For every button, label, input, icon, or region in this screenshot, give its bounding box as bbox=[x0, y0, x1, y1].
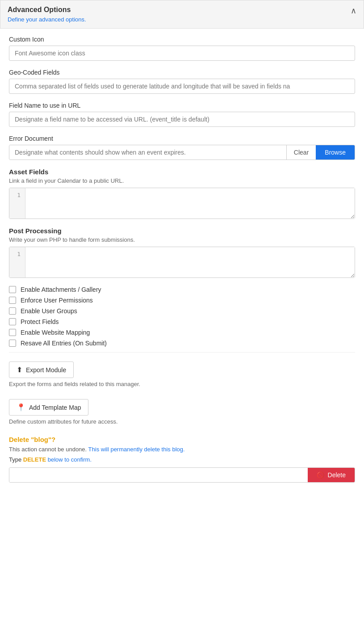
export-module-button[interactable]: ⬆ Export Module bbox=[9, 361, 74, 378]
subtitle-link[interactable]: Define your advanced options. bbox=[8, 16, 86, 23]
clear-button[interactable]: Clear bbox=[286, 145, 316, 160]
checkbox-label-resave-all-entries: Resave All Entries (On Submit) bbox=[21, 340, 107, 347]
checkbox-enable-user-groups[interactable] bbox=[9, 307, 16, 315]
checkbox-group-resave-all-entries: Resave All Entries (On Submit) bbox=[9, 340, 355, 347]
confirm-suffix: below to confirm. bbox=[48, 456, 92, 463]
browse-button[interactable]: Browse bbox=[316, 145, 355, 160]
checkbox-group-enforce-user-permissions: Enforce User Permissions bbox=[9, 297, 355, 304]
delete-icon: 🚫 bbox=[317, 471, 324, 479]
checkboxes-container: Enable Attachments / GalleryEnforce User… bbox=[9, 286, 355, 347]
checkbox-label-protect-fields: Protect Fields bbox=[21, 318, 59, 325]
checkbox-enable-attachments[interactable] bbox=[9, 286, 16, 293]
checkbox-protect-fields[interactable] bbox=[9, 318, 16, 325]
error-document-input[interactable] bbox=[9, 145, 286, 160]
delete-label: Delete bbox=[328, 471, 346, 479]
checkbox-label-enable-user-groups: Enable User Groups bbox=[21, 307, 77, 315]
delete-desc-part1: This action cannot be undone. bbox=[9, 446, 87, 453]
custom-icon-label: Custom Icon bbox=[9, 36, 355, 43]
post-processing-title: Post Processing bbox=[9, 227, 355, 235]
divider-1 bbox=[9, 352, 355, 353]
geo-coded-group: Geo-Coded Fields bbox=[9, 69, 355, 94]
delete-section: Delete "blog"? This action cannot be und… bbox=[9, 436, 355, 483]
checkbox-group-enable-attachments: Enable Attachments / Gallery bbox=[9, 286, 355, 293]
post-processing-line-numbers: 1 bbox=[9, 247, 25, 277]
checkbox-label-enable-attachments: Enable Attachments / Gallery bbox=[21, 286, 101, 293]
asset-fields-title: Asset Fields bbox=[9, 168, 355, 176]
asset-fields-textarea[interactable] bbox=[25, 188, 355, 219]
add-template-map-section: 📍 Add Template Map Define custom attribu… bbox=[9, 395, 355, 425]
delete-confirm-text: Type DELETE below to confirm. bbox=[9, 456, 355, 463]
delete-title: Delete "blog"? bbox=[9, 436, 355, 443]
custom-icon-input[interactable] bbox=[9, 46, 355, 61]
delete-desc: This action cannot be undone. This will … bbox=[9, 446, 355, 453]
checkbox-enable-website-mapping[interactable] bbox=[9, 329, 16, 336]
post-processing-editor: 1 bbox=[9, 247, 355, 278]
confirm-keyword: DELETE bbox=[23, 456, 46, 463]
checkbox-enforce-user-permissions[interactable] bbox=[9, 297, 16, 304]
checkbox-label-enable-website-mapping: Enable Website Mapping bbox=[21, 329, 90, 336]
post-processing-desc: Write your own PHP to handle form submis… bbox=[9, 236, 355, 243]
add-template-map-label: Add Template Map bbox=[29, 404, 81, 411]
field-name-url-label: Field Name to use in URL bbox=[9, 102, 355, 109]
asset-fields-line-numbers: 1 bbox=[9, 188, 25, 219]
export-module-label: Export Module bbox=[26, 366, 66, 374]
field-name-url-group: Field Name to use in URL bbox=[9, 102, 355, 127]
delete-confirm-input[interactable] bbox=[9, 468, 308, 482]
delete-desc-link[interactable]: This will permanently delete this blog. bbox=[88, 446, 185, 453]
export-module-section: ⬆ Export Module Export the forms and fie… bbox=[9, 358, 355, 387]
checkbox-label-enforce-user-permissions: Enforce User Permissions bbox=[21, 297, 93, 304]
confirm-prefix: Type bbox=[9, 456, 21, 463]
checkbox-group-enable-user-groups: Enable User Groups bbox=[9, 307, 355, 315]
export-icon: ⬆ bbox=[17, 366, 22, 374]
error-document-group: Error Document Clear Browse bbox=[9, 135, 355, 160]
page-title: Advanced Options bbox=[8, 6, 86, 14]
checkbox-group-enable-website-mapping: Enable Website Mapping bbox=[9, 329, 355, 336]
checkbox-group-protect-fields: Protect Fields bbox=[9, 318, 355, 325]
field-name-url-input[interactable] bbox=[9, 112, 355, 127]
checkbox-resave-all-entries[interactable] bbox=[9, 340, 16, 347]
asset-fields-desc: Link a field in your Calendar to a publi… bbox=[9, 177, 355, 184]
chevron-icon[interactable]: ∧ bbox=[351, 6, 356, 16]
advanced-options-header: Advanced Options Define your advanced op… bbox=[0, 0, 364, 29]
post-processing-textarea[interactable] bbox=[25, 247, 355, 277]
add-template-map-desc: Define custom attributes for future acce… bbox=[9, 418, 355, 425]
main-content: Custom Icon Geo-Coded Fields Field Name … bbox=[0, 29, 364, 490]
map-icon: 📍 bbox=[17, 403, 25, 412]
geo-coded-label: Geo-Coded Fields bbox=[9, 69, 355, 76]
error-document-row: Clear Browse bbox=[9, 145, 355, 160]
custom-icon-group: Custom Icon bbox=[9, 36, 355, 61]
delete-button[interactable]: 🚫 Delete bbox=[308, 468, 355, 482]
asset-fields-editor: 1 bbox=[9, 188, 355, 219]
asset-fields-group: Asset Fields Link a field in your Calend… bbox=[9, 168, 355, 219]
add-template-map-button[interactable]: 📍 Add Template Map bbox=[9, 399, 88, 416]
geo-coded-input[interactable] bbox=[9, 79, 355, 94]
post-processing-group: Post Processing Write your own PHP to ha… bbox=[9, 227, 355, 278]
export-module-desc: Export the forms and fields related to t… bbox=[9, 381, 355, 387]
error-document-label: Error Document bbox=[9, 135, 355, 142]
delete-row: 🚫 Delete bbox=[9, 467, 355, 483]
